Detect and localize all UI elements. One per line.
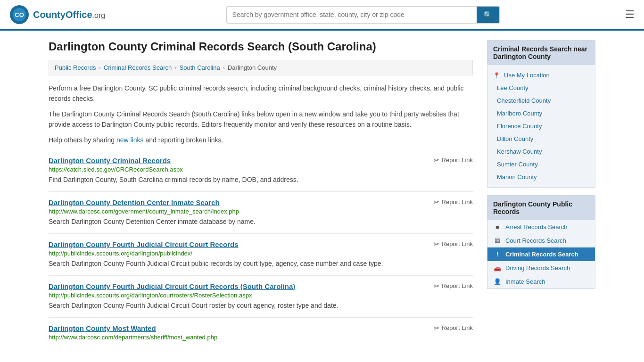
nearby-title: Criminal Records Search near Darlington … [487, 41, 595, 65]
search-input[interactable] [227, 7, 477, 22]
search-bar: 🔍 [226, 6, 500, 24]
nearby-county-0[interactable]: Lee County [487, 82, 595, 94]
record-item: Darlington County Criminal Records ✂ Rep… [49, 150, 473, 192]
menu-button[interactable]: ☰ [625, 8, 635, 21]
record-title-4[interactable]: Darlington County Most Wanted [49, 324, 156, 332]
main-container: Darlington County Criminal Records Searc… [39, 31, 605, 359]
nearby-county-7[interactable]: Marion County [487, 171, 595, 183]
record-url-2: http://publicindex.sccourts.org/darlingt… [49, 250, 473, 257]
new-links-link[interactable]: new links [116, 136, 144, 144]
use-my-location-link[interactable]: 📍 Use My Location [487, 69, 595, 82]
use-my-location-label: Use My Location [504, 72, 550, 79]
description-1: Perform a free Darlington County, SC pub… [49, 83, 473, 104]
breadcrumb-criminal-records-search[interactable]: Criminal Records Search [104, 64, 172, 71]
logo-icon: CO [9, 5, 29, 25]
public-records-item-1[interactable]: 🏛 Court Records Search [487, 234, 595, 247]
record-title-0[interactable]: Darlington County Criminal Records [49, 156, 171, 165]
pr-icon-4: 👤 [493, 278, 502, 285]
report-icon-1: ✂ [434, 198, 439, 206]
nearby-section: Criminal Records Search near Darlington … [487, 40, 595, 188]
public-records-item-4[interactable]: 👤 Inmate Search [487, 275, 595, 288]
record-url-4: http://www.darcosc.com/departments/sheri… [49, 334, 473, 341]
report-icon-0: ✂ [434, 156, 439, 164]
site-header: CO CountyOffice.org 🔍 ☰ [0, 0, 644, 31]
nearby-county-3[interactable]: Florence County [487, 120, 595, 132]
pr-label-0: Arrest Records Search [505, 223, 568, 230]
logo-text: CountyOffice.org [33, 9, 105, 20]
pr-label-3: Driving Records Search [505, 264, 570, 272]
report-link-1[interactable]: ✂ Report Link [434, 198, 473, 206]
description-2: The Darlington County Criminal Records S… [49, 109, 473, 130]
record-item: Darlington County Detention Center Inmat… [49, 192, 473, 234]
record-url-0: https://catch.sled.sc.gov/CRCRecordSearc… [49, 166, 473, 173]
pr-icon-3: 🚗 [493, 264, 502, 272]
breadcrumb-current: Darlington County [228, 64, 277, 71]
record-title-3[interactable]: Darlington County Fourth Judicial Circui… [49, 282, 295, 290]
report-link-0[interactable]: ✂ Report Link [434, 156, 473, 164]
public-records-item-3[interactable]: 🚗 Driving Records Search [487, 261, 595, 275]
public-records-list: ■ Arrest Records Search 🏛 Court Records … [487, 220, 595, 288]
nearby-county-5[interactable]: Kershaw County [487, 145, 595, 158]
record-item: Darlington County Fourth Judicial Circui… [49, 276, 473, 318]
content-area: Darlington County Criminal Records Searc… [49, 40, 473, 349]
pr-label-4: Inmate Search [505, 278, 545, 285]
public-records-section: Darlington County Public Records ■ Arres… [487, 195, 595, 289]
record-desc-2: Search Darlington County Fourth Judicial… [49, 259, 473, 269]
record-desc-1: Search Darlington County Detention Cente… [49, 217, 473, 227]
pr-label-1: Court Records Search [505, 237, 566, 244]
report-icon-3: ✂ [434, 282, 439, 290]
nearby-county-1[interactable]: Chesterfield County [487, 94, 595, 107]
report-icon-2: ✂ [434, 240, 439, 248]
report-link-2[interactable]: ✂ Report Link [434, 240, 473, 248]
logo-area: CO CountyOffice.org [9, 5, 105, 25]
breadcrumb-public-records[interactable]: Public Records [55, 64, 96, 71]
record-title-2[interactable]: Darlington County Fourth Judicial Circui… [49, 240, 239, 248]
nearby-county-4[interactable]: Dillon County [487, 132, 595, 145]
record-desc-3: Search Darlington County Fourth Judicial… [49, 301, 473, 311]
search-button[interactable]: 🔍 [477, 7, 499, 23]
pr-icon-1: 🏛 [493, 237, 502, 244]
page-title: Darlington County Criminal Records Searc… [49, 40, 473, 53]
pr-label-2: Criminal Records Search [505, 251, 578, 258]
record-title-1[interactable]: Darlington County Detention Center Inmat… [49, 198, 220, 206]
nearby-county-2[interactable]: Marlboro County [487, 107, 595, 120]
public-records-item-0[interactable]: ■ Arrest Records Search [487, 220, 595, 234]
pr-icon-2: ! [493, 251, 502, 258]
record-url-3: http://publicindex.sccourts.org/darlingt… [49, 292, 473, 299]
location-icon: 📍 [493, 72, 500, 79]
report-link-4[interactable]: ✂ Report Link [434, 324, 473, 332]
sidebar: Criminal Records Search near Darlington … [487, 40, 595, 349]
report-icon-4: ✂ [434, 324, 439, 332]
breadcrumb-south-carolina[interactable]: South Carolina [180, 64, 220, 71]
public-records-item-2[interactable]: ! Criminal Records Search [487, 247, 595, 261]
nearby-body: 📍 Use My Location Lee CountyChesterfield… [487, 65, 595, 187]
pr-icon-0: ■ [493, 223, 502, 230]
public-records-title: Darlington County Public Records [487, 196, 595, 220]
record-url-1: http://www.darcosc.com/government/county… [49, 208, 473, 215]
record-desc-0: Find Darlington County, South Carolina c… [49, 175, 473, 185]
nearby-county-6[interactable]: Sumter County [487, 158, 595, 171]
description-3: Help others by sharing new links and rep… [49, 135, 473, 145]
breadcrumb: Public Records › Criminal Records Search… [49, 60, 473, 75]
record-item: Darlington County Fourth Judicial Circui… [49, 234, 473, 276]
record-item: Darlington County Most Wanted ✂ Report L… [49, 318, 473, 349]
report-link-3[interactable]: ✂ Report Link [434, 282, 473, 290]
records-list: Darlington County Criminal Records ✂ Rep… [49, 150, 473, 349]
svg-text:CO: CO [15, 11, 24, 18]
nearby-counties-list: Lee CountyChesterfield CountyMarlboro Co… [487, 82, 595, 183]
